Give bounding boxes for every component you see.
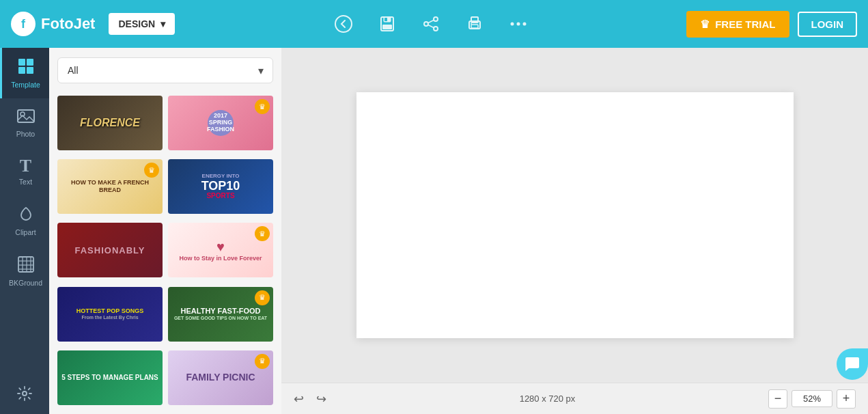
card-label: 5 STEPS TO MANAGE PLANS (57, 350, 163, 405)
text-icon: T (20, 157, 31, 175)
zoom-in-button[interactable]: + (837, 389, 856, 409)
svg-point-6 (424, 22, 428, 26)
template-panel: All YouTube Facebook Instagram ▾ FLORENC… (49, 48, 281, 414)
photo-icon (17, 108, 35, 127)
svg-line-8 (428, 20, 434, 23)
chevron-down-icon: ▾ (160, 18, 165, 29)
template-card[interactable]: ENERGY INTO TOP10 SPORTS (168, 159, 273, 214)
clipart-icon (17, 205, 35, 225)
premium-badge: ♛ (255, 99, 270, 114)
free-trial-button[interactable]: ♛ FREE TRIAL (686, 11, 789, 38)
svg-point-7 (434, 27, 438, 31)
svg-point-13 (471, 23, 472, 25)
sidebar-text-label: Text (19, 178, 32, 186)
print-button[interactable] (461, 10, 488, 38)
settings-icon (16, 385, 33, 404)
zoom-out-button[interactable]: − (768, 389, 787, 409)
redo-button[interactable]: ↪ (316, 391, 326, 406)
svg-point-15 (516, 23, 520, 26)
canvas-workspace (281, 48, 868, 383)
filter-select[interactable]: All YouTube Facebook Instagram (57, 57, 273, 83)
more-button[interactable] (505, 10, 532, 38)
logo-icon: f (11, 12, 36, 36)
share-button[interactable] (417, 10, 445, 38)
template-card[interactable]: FLORENCE (57, 96, 163, 150)
filter-wrapper: All YouTube Facebook Instagram ▾ (57, 57, 273, 83)
template-card[interactable]: ♛ HEALTHY FAST-FOOD GET SOME GOOD TIPS O… (168, 287, 273, 342)
card-label: FASHIONABLY (57, 223, 163, 277)
svg-point-14 (510, 23, 514, 26)
card-label: ENERGY INTO TOP10 SPORTS (168, 159, 273, 214)
logo-area: f FotoJet (11, 12, 95, 36)
bkground-icon (17, 256, 35, 276)
svg-rect-23 (18, 257, 33, 272)
template-card[interactable]: ♛ ♥ How to Stay in Love Forever (168, 223, 273, 277)
save-button[interactable] (374, 10, 401, 38)
canvas-area: ↩ ↪ 1280 x 720 px − 52% + (281, 48, 868, 414)
app-name: FotoJet (41, 15, 95, 33)
sidebar-item-bkground[interactable]: BKGround (0, 246, 49, 296)
sidebar-clipart-label: Clipart (15, 228, 36, 236)
template-card[interactable]: ♛ HOW TO MAKE A FRENCH BREAD (57, 159, 163, 214)
svg-rect-17 (18, 59, 25, 66)
svg-rect-4 (384, 18, 387, 21)
svg-rect-12 (471, 25, 478, 28)
card-label: HOTTEST POP SONGS From the Latest By Chr… (57, 287, 163, 342)
login-button[interactable]: LOGIN (798, 12, 858, 37)
template-filter: All YouTube Facebook Instagram ▾ (49, 48, 281, 90)
main: Template Photo T Text Clipart (0, 48, 868, 414)
svg-rect-18 (27, 59, 33, 66)
canvas-footer: ↩ ↪ 1280 x 720 px − 52% + (281, 383, 868, 414)
template-card[interactable]: ♛ 2017 SPRING FASHION (168, 96, 273, 150)
svg-point-30 (23, 391, 27, 396)
zoom-control: − 52% + (768, 389, 856, 409)
header-center (183, 10, 678, 38)
template-card[interactable]: FASHIONABLY (57, 223, 163, 277)
design-button[interactable]: DESIGN ▾ (109, 13, 175, 35)
free-trial-label: FREE TRIAL (715, 18, 775, 30)
canvas[interactable] (356, 92, 794, 338)
svg-point-0 (335, 16, 352, 32)
back-button[interactable] (330, 10, 357, 38)
sidebar-item-photo[interactable]: Photo (0, 98, 49, 148)
zoom-value[interactable]: 52% (792, 390, 832, 407)
template-icon (17, 57, 35, 78)
premium-badge: ♛ (255, 290, 270, 305)
svg-rect-21 (18, 110, 34, 122)
template-grid: FLORENCE ♛ 2017 SPRING FASHION ♛ HOW TO … (49, 90, 281, 414)
svg-point-16 (522, 23, 526, 26)
sidebar-item-text[interactable]: T Text (0, 148, 49, 195)
sidebar-item-template[interactable]: Template (0, 48, 49, 98)
header: f FotoJet DESIGN ▾ (0, 0, 868, 48)
svg-rect-3 (382, 25, 392, 29)
template-card[interactable]: 5 STEPS TO MANAGE PLANS (57, 350, 163, 405)
svg-point-5 (434, 17, 438, 21)
sidebar-bkground-label: BKGround (9, 279, 42, 287)
canvas-dimensions: 1280 x 720 px (339, 394, 756, 404)
svg-line-9 (428, 25, 434, 28)
chat-bubble[interactable] (837, 348, 868, 380)
premium-badge: ♛ (255, 354, 270, 369)
undo-button[interactable]: ↩ (294, 391, 304, 406)
design-label: DESIGN (118, 18, 155, 29)
svg-rect-19 (18, 67, 25, 74)
sidebar-photo-label: Photo (16, 130, 35, 138)
sidebar-template-label: Template (11, 81, 40, 89)
crown-icon: ♛ (700, 18, 710, 31)
template-card[interactable]: ♛ FAMILY PICNIC (168, 350, 273, 405)
template-card[interactable]: HOTTEST POP SONGS From the Latest By Chr… (57, 287, 163, 342)
sidebar-settings[interactable] (0, 376, 49, 414)
sidebar: Template Photo T Text Clipart (0, 48, 49, 414)
sidebar-item-clipart[interactable]: Clipart (0, 195, 49, 246)
header-right: ♛ FREE TRIAL LOGIN (686, 11, 857, 38)
card-label: FLORENCE (57, 96, 163, 150)
svg-rect-20 (27, 67, 33, 74)
